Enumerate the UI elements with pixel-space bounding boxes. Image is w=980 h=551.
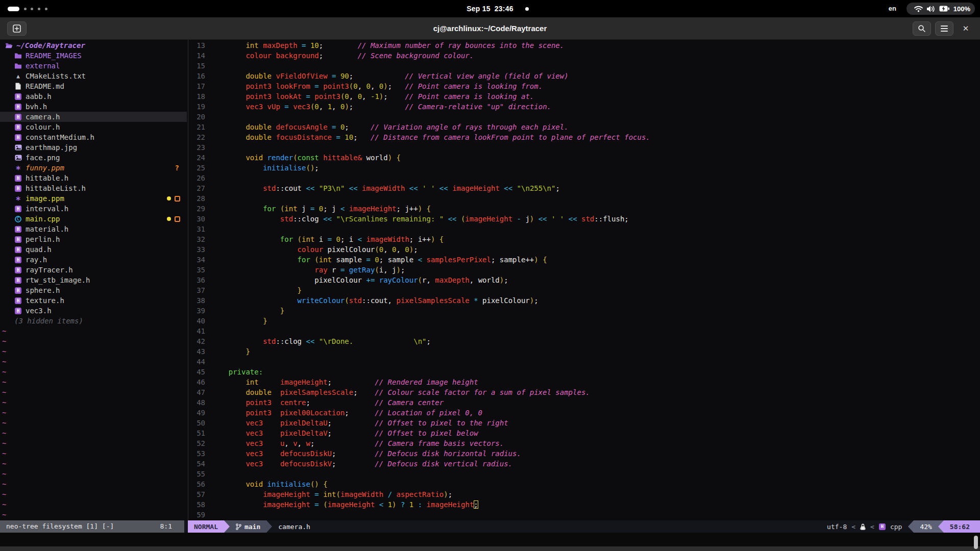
tree-item-hittable.h[interactable]: Hhittable.h (0, 173, 187, 183)
code-line-36[interactable]: 36 pixelColour += rayColour(r, maxDepth,… (189, 275, 980, 285)
code-line-31[interactable]: 31 (189, 224, 980, 234)
code-line-46[interactable]: 46 int imageHeight; // Rendered image he… (189, 377, 980, 387)
code-line-32[interactable]: 32 for (int i = 0; i < imageWidth; i++) … (189, 234, 980, 244)
battery-charging-icon (939, 6, 949, 12)
code-line-17[interactable]: 17 point3 lookFrom = point3(0, 0, 0); //… (189, 81, 980, 91)
tree-item-ray.h[interactable]: Hray.h (0, 255, 187, 265)
tree-item-sphere.h[interactable]: Hsphere.h (0, 285, 187, 295)
code-text: imageHeight = (imageHeight < 1) ? 1 : im… (211, 499, 478, 510)
code-line-21[interactable]: 21 double defocusAngle = 0; // Variation… (189, 122, 980, 132)
code-line-54[interactable]: 54 vec3 defocusDiskV; // Defocus disk ve… (189, 459, 980, 469)
code-line-55[interactable]: 55 (189, 469, 980, 479)
code-line-16[interactable]: 16 double vFieldOfView = 90; // Vertical… (189, 71, 980, 81)
menu-button[interactable] (935, 21, 953, 36)
code-line-44[interactable]: 44 (189, 357, 980, 367)
code-line-37[interactable]: 37 } (189, 285, 980, 295)
system-tray[interactable]: 100% (906, 3, 975, 15)
code-line-51[interactable]: 51 vec3 pixelDeltaV; // Offset to pixel … (189, 428, 980, 438)
tree-item-rtw-stb-image.h[interactable]: Hrtw_stb_image.h (0, 275, 187, 285)
code-editor[interactable]: 13 int maxDepth = 10; // Maximum number … (189, 40, 980, 520)
tree-item-camera.h[interactable]: Hcamera.h (0, 112, 187, 122)
tree-item-interval.h[interactable]: Hinterval.h (0, 204, 187, 214)
tree-item-material.h[interactable]: Hmaterial.h (0, 224, 187, 234)
code-line-48[interactable]: 48 point3 centre; // Camera center (189, 397, 980, 408)
search-icon (918, 24, 926, 33)
tree-item-funny.ppm[interactable]: *funny.ppm? (0, 163, 187, 173)
tree-item-face.png[interactable]: face.png (0, 153, 187, 163)
code-text: std::clog << "\rDone. \n"; (211, 336, 431, 346)
code-line-29[interactable]: 29 for (int j = 0; j < imageHeight; j++)… (189, 204, 980, 214)
tree-item-colour.h[interactable]: Hcolour.h (0, 122, 187, 132)
code-line-14[interactable]: 14 colour background; // Scene backgroun… (189, 51, 980, 61)
code-line-56[interactable]: 56 void initialise() { (189, 479, 980, 489)
tree-item--code-raytracer[interactable]: ~/Code/Raytracer (0, 40, 187, 51)
code-line-40[interactable]: 40 } (189, 316, 980, 326)
git-branch-segment: main (230, 520, 266, 533)
code-line-38[interactable]: 38 writeColour(std::cout, pixelSamplesSc… (189, 295, 980, 306)
current-file-name: camera.h (272, 520, 310, 533)
notification-dot-icon (525, 7, 529, 11)
code-line-50[interactable]: 50 vec3 pixelDeltaU; // Offset to pixel … (189, 418, 980, 428)
tree-item-label: colour.h (26, 123, 60, 131)
neotree-file-explorer[interactable]: ~/Code/RaytracerREADME_IMAGESexternal▲CM… (0, 40, 187, 326)
search-button[interactable] (913, 21, 931, 36)
code-line-22[interactable]: 22 double focusDistance = 10; // Distanc… (189, 132, 980, 142)
tree-item-raytracer.h[interactable]: HrayTracer.h (0, 265, 187, 275)
code-line-30[interactable]: 30 std::clog << "\rScanlines remaining: … (189, 214, 980, 224)
tree-item-bvh.h[interactable]: Hbvh.h (0, 102, 187, 112)
code-line-15[interactable]: 15 (189, 61, 980, 71)
tree-item-aabb.h[interactable]: Haabb.h (0, 91, 187, 102)
tree-item-quad.h[interactable]: Hquad.h (0, 244, 187, 255)
tree-item-main.cpp[interactable]: Cmain.cpp (0, 214, 187, 224)
code-line-13[interactable]: 13 int maxDepth = 10; // Maximum number … (189, 40, 980, 51)
code-text: pixelColour += rayColour(r, maxDepth, wo… (211, 275, 508, 285)
tree-item-texture.h[interactable]: Htexture.h (0, 295, 187, 306)
tree-item-image.ppm[interactable]: *image.ppm (0, 193, 187, 204)
code-line-24[interactable]: 24 void render(const hittable& world) { (189, 153, 980, 163)
tree-item-earthmap.jpg[interactable]: earthmap.jpg (0, 142, 187, 153)
tree-item-hittablelist.h[interactable]: HhittableList.h (0, 183, 187, 193)
code-line-39[interactable]: 39 } (189, 306, 980, 316)
code-line-41[interactable]: 41 (189, 326, 980, 336)
code-line-52[interactable]: 52 vec3 u, v, w; // Camera frame basis v… (189, 438, 980, 448)
code-line-23[interactable]: 23 (189, 142, 980, 153)
code-line-49[interactable]: 49 point3 pixel00Location; // Location o… (189, 408, 980, 418)
code-line-42[interactable]: 42 std::clog << "\rDone. \n"; (189, 336, 980, 346)
line-number: 18 (189, 91, 205, 102)
image-file-icon (14, 144, 22, 151)
code-line-53[interactable]: 53 vec3 defocusDiskU; // Defocus disk ho… (189, 448, 980, 459)
window-separator[interactable] (188, 40, 188, 520)
code-line-25[interactable]: 25 initialise(); (189, 163, 980, 173)
code-line-20[interactable]: 20 (189, 112, 980, 122)
code-line-43[interactable]: 43 } (189, 346, 980, 357)
code-line-27[interactable]: 27 std::cout << "P3\n" << imageWidth << … (189, 183, 980, 193)
clock[interactable]: Sep 15 23:46 (0, 0, 980, 17)
code-line-45[interactable]: 45 private: (189, 367, 980, 377)
code-line-58[interactable]: 58 imageHeight = (imageHeight < 1) ? 1 :… (189, 499, 980, 510)
os-linux-icon (860, 523, 866, 530)
code-line-19[interactable]: 19 vec3 vUp = vec3(0, 1, 0); // Camera-r… (189, 102, 980, 112)
keyboard-layout-indicator[interactable]: en (889, 0, 896, 17)
header-file-icon: H (14, 277, 22, 284)
code-text: for (int i = 0; i < imageWidth; i++) { (211, 234, 444, 244)
tree-item-cmakelists.txt[interactable]: ▲CMakeLists.txt (0, 71, 187, 81)
code-line-47[interactable]: 47 double pixelSamplesScale; // Colour s… (189, 387, 980, 397)
tree-item-vec3.h[interactable]: Hvec3.h (0, 306, 187, 316)
tree-item-constantmedium.h[interactable]: HconstantMedium.h (0, 132, 187, 142)
tree-item-perlin.h[interactable]: Hperlin.h (0, 234, 187, 244)
close-window-button[interactable]: ✕ (959, 21, 973, 36)
terminal-scrollbar[interactable] (974, 536, 978, 549)
code-line-33[interactable]: 33 colour pixelColour(0, 0, 0); (189, 244, 980, 255)
code-line-59[interactable]: 59 (189, 510, 980, 520)
tree-item-readme.md[interactable]: README.md (0, 81, 187, 91)
code-line-35[interactable]: 35 ray r = getRay(i, j); (189, 265, 980, 275)
tree-item-external[interactable]: external (0, 61, 187, 71)
tree-item-readme-images[interactable]: README_IMAGES (0, 51, 187, 61)
code-line-57[interactable]: 57 imageHeight = int(imageWidth / aspect… (189, 489, 980, 499)
code-line-26[interactable]: 26 (189, 173, 980, 183)
image-file-icon (14, 155, 22, 161)
code-line-28[interactable]: 28 (189, 193, 980, 204)
code-line-18[interactable]: 18 point3 lookAt = point3(0, 0, -1); // … (189, 91, 980, 102)
tree-item--3-hidden-items-[interactable]: (3 hidden items) (0, 316, 187, 326)
code-line-34[interactable]: 34 for (int sample = 0; sample < samples… (189, 255, 980, 265)
